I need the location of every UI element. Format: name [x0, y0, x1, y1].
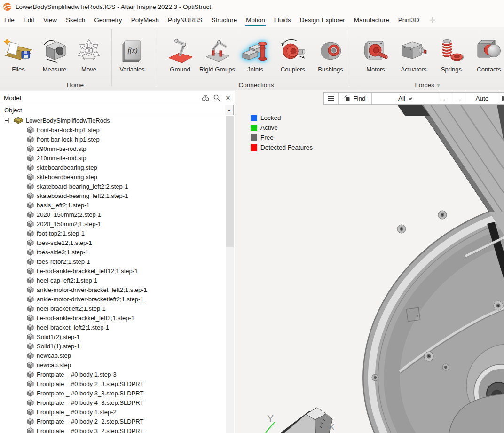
tool-measure[interactable]: Measure — [37, 30, 72, 73]
tool-bushings[interactable]: Bushings — [313, 30, 348, 73]
tree-item[interactable]: tie-rod-ankle-brackket_left3;1.step-1 — [0, 313, 226, 323]
part-cube-icon — [27, 136, 34, 143]
scrollbar-thumb[interactable] — [226, 116, 234, 247]
tool-ground[interactable]: Ground — [162, 30, 198, 73]
tree-item[interactable]: basis_left2;1.step-1 — [0, 200, 226, 210]
tree-item[interactable]: Frontplate _ #0 body 4_3.step.SLDPRT — [0, 398, 226, 407]
tree-item[interactable]: foot-top2;1.step-1 — [0, 228, 226, 238]
tree-scrollbar[interactable] — [226, 116, 234, 433]
tree-item[interactable]: toes-side3;1.step-1 — [0, 247, 226, 257]
tool-joints[interactable]: Joints — [237, 30, 273, 73]
menu-print3d[interactable]: Print3D — [398, 16, 419, 24]
tree-item-label: skateboard-bearing_left2;2.step-1 — [37, 183, 128, 190]
collapse-icon[interactable] — [4, 118, 9, 123]
add-ribbon-tab-icon[interactable]: ✛ — [429, 16, 435, 24]
tree-item[interactable]: Frontplate _ #0 body 2_2.step.SLDPRT — [0, 417, 226, 426]
tree-item-label: skteboardbearing.step — [37, 164, 97, 171]
tree-item[interactable]: newcap.step — [0, 351, 226, 360]
tree-item[interactable]: Frontplate _ #0 body 3_2.step.SLDPRT — [0, 426, 226, 433]
arrow-left-icon: ← — [442, 94, 449, 102]
tree-item[interactable]: skteboardbearing.step — [0, 163, 226, 172]
tool-rigid-groups[interactable]: Rigid Groups — [196, 30, 239, 73]
forces-dropdown-icon[interactable]: ▼ — [436, 83, 441, 88]
part-cube-icon — [27, 305, 34, 312]
couplers-icon — [278, 38, 307, 64]
tool-couplers[interactable]: Couplers — [275, 30, 311, 73]
tree-item[interactable]: Frontplate _ #0 body 1.step-3 — [0, 370, 226, 379]
tool-label: Measure — [37, 66, 72, 73]
tree-item[interactable]: tie-rod-ankle-brackket_left12;1.step-1 — [0, 266, 226, 276]
tree-root-item[interactable]: LowerBodySimplifiedwTieRods — [0, 116, 226, 125]
tool-springs[interactable]: Springs — [433, 30, 469, 73]
tool-label: Ground — [162, 66, 198, 73]
find-auto-button[interactable]: Auto — [465, 93, 499, 104]
tree-item[interactable]: toes-rotor2;1.step-1 — [0, 257, 226, 266]
scroll-up-icon[interactable]: ▲ — [225, 105, 233, 115]
tool-actuators[interactable]: Actuators — [396, 30, 432, 73]
tree-item[interactable]: heel-cap-left2;1.step-1 — [0, 276, 226, 285]
tool-move[interactable]: Move — [71, 30, 107, 73]
part-cube-icon — [27, 371, 34, 378]
tree-item-label: Frontplate _ #0 body 3_3.step.SLDPRT — [37, 390, 143, 397]
menu-design-explorer[interactable]: Design Explorer — [300, 16, 345, 24]
tree-item[interactable]: 2020_150mm2;2.step-1 — [0, 210, 226, 219]
tree-item[interactable]: skateboard-bearing_left2;1.step-1 — [0, 191, 226, 200]
tree-item[interactable]: front-bar-lock-hip1.step — [0, 125, 226, 134]
tree-item[interactable]: ankle-motor-driver-bracket_left2;1.step-… — [0, 285, 226, 294]
tree-item[interactable]: Frontplate _ #0 body 1.step-2 — [0, 407, 226, 417]
menu-structure[interactable]: Structure — [211, 16, 237, 24]
tool-files[interactable]: Files — [0, 30, 36, 73]
menu-edit[interactable]: Edit — [24, 16, 34, 24]
tree-item[interactable]: Solid1(2).step-1 — [0, 332, 226, 341]
menu-polynurbs[interactable]: PolyNURBS — [168, 16, 203, 24]
search-icon[interactable] — [213, 94, 220, 102]
find-menu-button[interactable] — [324, 93, 338, 104]
tree-item[interactable]: toes-side12;1.step-1 — [0, 238, 226, 247]
menu-sketch[interactable]: Sketch — [66, 16, 85, 24]
tree-item[interactable]: skateboard-bearing_left2;2.step-1 — [0, 181, 226, 191]
menu-motion[interactable]: Motion — [246, 16, 265, 24]
ribbon-group-forces[interactable]: Forces ▼ — [371, 81, 484, 88]
legend-color-swatch — [251, 115, 257, 121]
find-scope-dropdown[interactable]: All — [371, 93, 439, 104]
ribbon-separator — [156, 29, 156, 86]
tool-contacts[interactable]: Contacts — [471, 30, 504, 73]
tree-item[interactable]: 290mm-tie-rod.stp — [0, 144, 226, 153]
tree-item[interactable]: 210mm-tie-rod.stp — [0, 153, 226, 163]
tool-variables[interactable]: f(x) Variables — [113, 30, 151, 73]
close-panel-icon[interactable]: ✕ — [224, 94, 232, 102]
tool-motors[interactable]: Motors — [358, 30, 394, 73]
legend-label: Detected Features — [260, 144, 313, 151]
find-button[interactable]: Find — [338, 93, 371, 104]
tree-item[interactable]: newcap.step — [0, 360, 226, 370]
tool-label: Joints — [237, 66, 273, 73]
find-prev-button[interactable]: ← — [439, 93, 452, 104]
menu-file[interactable]: File — [4, 16, 15, 24]
tool-label: Variables — [113, 66, 151, 73]
find-partial-button[interactable] — [499, 93, 504, 104]
find-next-button[interactable]: → — [452, 93, 465, 104]
tree-item[interactable]: heel-bracketleft2;1.step-1 — [0, 304, 226, 313]
menu-fluids[interactable]: Fluids — [274, 16, 291, 24]
tree-item[interactable]: skteboardbearing.step — [0, 172, 226, 181]
tree-item-label: basis_left2;1.step-1 — [37, 202, 90, 209]
binoculars-icon[interactable] — [202, 94, 209, 102]
tree-item[interactable]: Frontplate _ #0 body 3_3.step.SLDPRT — [0, 388, 226, 398]
tool-label: Actuators — [396, 66, 432, 73]
bushings-icon — [316, 38, 345, 64]
tree-root-label: LowerBodySimplifiedwTieRods — [26, 117, 110, 124]
tree-item[interactable]: 2020_150mm2;1.step-1 — [0, 219, 226, 228]
assembly-icon — [14, 117, 23, 124]
svg-text:f(x): f(x) — [128, 47, 138, 55]
menu-polymesh[interactable]: PolyMesh — [131, 16, 159, 24]
tree-item[interactable]: ankle-motor-driver-bracketleft2;1.step-1 — [0, 294, 226, 304]
find-feature-icon — [344, 95, 350, 102]
menu-view[interactable]: View — [43, 16, 57, 24]
y-axis-label: Y — [267, 413, 274, 424]
tree-item[interactable]: Frontplate _ #0 body 2_3.step.SLDPRT — [0, 379, 226, 388]
tree-item[interactable]: Solid1(1).step-1 — [0, 341, 226, 351]
menu-manufacture[interactable]: Manufacture — [354, 16, 389, 24]
tree-item[interactable]: heel-bracket_left2;1.step-1 — [0, 323, 226, 332]
menu-geometry[interactable]: Geometry — [94, 16, 122, 24]
tree-item[interactable]: front-bar-lock-hip1.step — [0, 134, 226, 144]
